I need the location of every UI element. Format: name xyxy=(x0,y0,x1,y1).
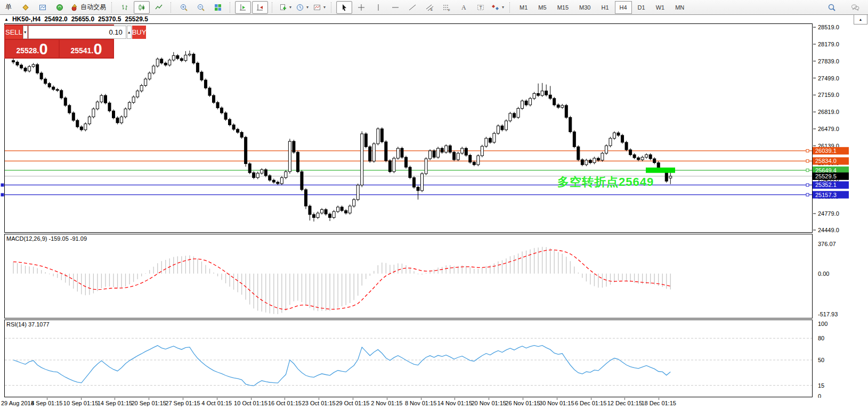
symbol-header: ▲ HK50-,H4 25492.0 25655.0 25370.5 25529… xyxy=(0,15,868,23)
collapse-arrow-icon[interactable]: ▲ xyxy=(4,17,9,22)
volume-increase-button[interactable]: ▲ xyxy=(127,26,132,39)
chevron-down-icon: ▾ xyxy=(289,5,291,10)
time-axis-label: 8 Nov 01:15 xyxy=(405,400,436,406)
chart-shift-button[interactable] xyxy=(235,1,251,14)
svg-text:E: E xyxy=(431,8,433,11)
crosshair-icon xyxy=(357,3,366,12)
profiles-icon xyxy=(296,3,304,12)
time-axis-tick xyxy=(387,398,387,400)
indicators-button[interactable]: ▾ xyxy=(311,1,327,14)
svg-text:25157.3: 25157.3 xyxy=(815,192,837,198)
svg-text:26819.0: 26819.0 xyxy=(818,109,839,115)
time-axis-label: 27 Sep 01:15 xyxy=(165,400,200,406)
volume-input[interactable] xyxy=(28,26,126,39)
line-chart-button[interactable] xyxy=(151,1,167,14)
zoom-in-button[interactable] xyxy=(176,1,192,14)
timeframe-h4-button[interactable]: H4 xyxy=(615,1,632,14)
navigator-button[interactable] xyxy=(52,1,68,14)
signal-orb-icon xyxy=(55,3,64,12)
timeframe-w1-button[interactable]: W1 xyxy=(651,1,670,14)
indicators-icon xyxy=(313,3,321,12)
time-axis-tick xyxy=(591,398,591,400)
time-axis-tick xyxy=(183,398,183,400)
sell-price-display[interactable]: 25528.0 xyxy=(5,40,59,58)
vertical-line-tool-button[interactable] xyxy=(370,1,386,14)
fibo-icon: F xyxy=(442,3,451,12)
profiles-button[interactable]: ▾ xyxy=(294,1,310,14)
time-axis-label: 29 Aug 2018 xyxy=(1,400,34,406)
tile-windows-button[interactable] xyxy=(210,1,226,14)
zoom-out-icon xyxy=(197,3,205,12)
time-axis-label: 20 Nov 01:15 xyxy=(471,400,506,406)
channel-icon: E xyxy=(425,3,434,12)
zoom-out-button[interactable] xyxy=(193,1,209,14)
chat-button[interactable] xyxy=(847,1,863,14)
svg-text:25649.4: 25649.4 xyxy=(815,167,837,174)
time-axis-tick xyxy=(624,398,625,400)
autotrading-button[interactable]: 自动交易 xyxy=(69,1,108,14)
time-axis[interactable]: 29 Aug 20184 Sep 01:1510 Sep 01:1514 Sep… xyxy=(0,398,868,409)
fibonacci-tool-button[interactable]: F xyxy=(439,1,455,14)
horizontal-line-tool-button[interactable] xyxy=(387,1,403,14)
timeframe-m30-button[interactable]: M30 xyxy=(574,1,595,14)
buy-button[interactable]: BUY xyxy=(132,26,147,39)
toolbar-separator xyxy=(272,2,274,13)
bar-chart-button[interactable] xyxy=(117,1,133,14)
sell-button[interactable]: SELL xyxy=(5,26,22,39)
rsi-label: RSI(14) 37.1077 xyxy=(6,321,50,328)
data-window-button[interactable] xyxy=(35,1,51,14)
hline-icon xyxy=(391,3,400,12)
timeframe-m15-button[interactable]: M15 xyxy=(553,1,573,14)
timeframe-d1-button[interactable]: D1 xyxy=(633,1,650,14)
arrows-tool-button[interactable]: ▾ xyxy=(490,1,506,14)
buy-price-main: 25541 xyxy=(70,44,91,57)
search-button[interactable] xyxy=(824,1,840,14)
text-tool-button[interactable]: A xyxy=(456,1,472,14)
cursor-tool-button[interactable] xyxy=(336,1,352,14)
timeframe-mn-button[interactable]: MN xyxy=(670,1,689,14)
timeframe-m5-button[interactable]: M5 xyxy=(533,1,551,14)
time-axis-label: 29 Oct 01:15 xyxy=(336,400,370,406)
crosshair-tool-button[interactable] xyxy=(353,1,369,14)
search-icon xyxy=(828,3,836,12)
pivot-annotation-text[interactable]: 多空转折点25649 xyxy=(557,174,654,190)
time-axis-tick xyxy=(319,398,319,400)
svg-text:28179.0: 28179.0 xyxy=(818,41,839,47)
autotrade-icon xyxy=(70,3,79,12)
volume-decrease-button[interactable]: ▼ xyxy=(23,26,28,39)
new-chart-button[interactable]: ▾ xyxy=(277,1,293,14)
svg-text:25529.5: 25529.5 xyxy=(815,173,837,179)
new-order-button[interactable]: 单 xyxy=(1,1,17,14)
new-chart-icon xyxy=(279,3,287,12)
vline-icon xyxy=(374,3,383,12)
ohlc-open: 25492.0 xyxy=(44,15,67,23)
symbol-title: HK50-,H4 xyxy=(12,15,40,23)
tile-windows-icon xyxy=(214,3,222,12)
zoom-in-icon xyxy=(180,3,188,12)
ohlc-high: 25655.0 xyxy=(71,15,94,23)
svg-text:27839.0: 27839.0 xyxy=(818,58,839,64)
time-axis-label: 4 Sep 01:15 xyxy=(31,400,62,406)
time-axis-label: 18 Dec 01:15 xyxy=(641,400,676,406)
time-axis-label: 23 Oct 01:15 xyxy=(302,400,336,406)
market-watch-button[interactable] xyxy=(18,1,34,14)
candlestick-chart-button[interactable] xyxy=(134,1,150,14)
cursor-icon xyxy=(340,3,348,12)
timeframe-h1-button[interactable]: H1 xyxy=(596,1,613,14)
time-axis-label: 10 Sep 01:15 xyxy=(63,400,98,406)
trendline-tool-button[interactable] xyxy=(404,1,420,14)
timeframe-m1-button[interactable]: M1 xyxy=(515,1,532,14)
time-axis-label: 10 Oct 01:15 xyxy=(234,400,267,406)
time-axis-tick xyxy=(489,398,489,400)
bars-icon xyxy=(120,3,129,12)
time-axis-tick xyxy=(455,398,455,400)
buy-price-display[interactable]: 25541.0 xyxy=(60,40,113,58)
time-axis-tick xyxy=(47,398,47,400)
chevron-down-icon: ▾ xyxy=(306,5,309,10)
chart-canvas[interactable]: 28519.028179.027839.027499.027159.026819… xyxy=(0,0,868,409)
equidistant-channel-tool-button[interactable]: E xyxy=(421,1,437,14)
scroll-up-button[interactable]: ▲ xyxy=(854,14,867,24)
sell-price-pips: 0 xyxy=(39,42,47,57)
text-label-tool-button[interactable]: T xyxy=(473,1,489,14)
auto-scroll-button[interactable] xyxy=(252,1,268,14)
